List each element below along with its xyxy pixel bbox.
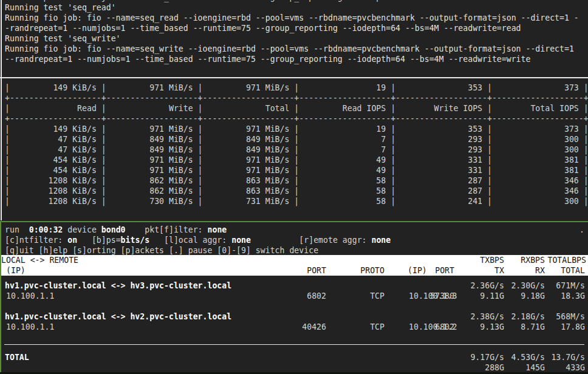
header-totalbps: TOTALBPS	[547, 255, 586, 265]
header-proto: PROTO	[360, 265, 385, 276]
connection-txbps: 2.36G/s	[470, 280, 504, 291]
connection-local-port: 40426	[302, 322, 326, 332]
header-rxbps: RXBPS	[521, 255, 545, 265]
left-pane-border-active	[0, 222, 1, 372]
connection-rx: 8.71G	[521, 322, 545, 332]
connection-tx: 9.11G	[480, 291, 504, 301]
total-rx: 145G	[525, 362, 545, 373]
connection-proto: TCP	[370, 291, 385, 301]
fio-output-pane[interactable]: --randrepeat=1 --numjobs=1 --time_based …	[0, 0, 588, 77]
header-remote-port: PORT	[435, 265, 454, 276]
fio-line: -randrepeat=1 --numjobs=1 --time_based -…	[0, 23, 588, 33]
total-totalbps: 13.7G/s	[551, 352, 585, 362]
connection-total: 17.8G	[561, 322, 585, 332]
left-pane-border-inactive	[1, 0, 2, 220]
activity-indicator-dot: .	[579, 225, 584, 235]
connection-hosts: hv1.pvc-cluster.local <-> hv2.pvc-cluste…	[5, 311, 231, 322]
connection-rxbps: 2.18G/s	[511, 311, 545, 322]
connection-rx: 9.18G	[521, 291, 545, 301]
connection-local-ip: 10.100.1.1	[6, 322, 54, 332]
jnettop-pane[interactable]: run 0:00:32 device bond0 pkt[f]ilter: no…	[0, 222, 588, 372]
connection-row: hv1.pvc-cluster.local <-> hv2.pvc-cluste…	[0, 311, 588, 332]
total-tx: 288G	[485, 362, 504, 373]
total-label: TOTAL	[5, 352, 29, 362]
total-rxbps: 4.53G/s	[511, 352, 545, 362]
jnettop-status-line-1: run 0:00:32 device bond0 pkt[f]ilter: no…	[5, 225, 227, 235]
benchmark-table: | 149 KiB/s | 971 MiB/s | 971 MiB/s | 19…	[5, 83, 583, 206]
connection-totalbps: 568M/s	[556, 311, 585, 322]
fio-line: Running fio job: fio --name=seq_read --i…	[0, 13, 588, 23]
connection-rxbps: 2.30G/s	[511, 280, 545, 291]
total-total: 433G	[566, 362, 585, 373]
header-local-port: PORT	[307, 265, 326, 276]
header-local-remote: LOCAL <-> REMOTE	[1, 255, 78, 265]
header-local-ip: (IP)	[6, 265, 26, 276]
total-txbps: 9.17G/s	[470, 352, 504, 362]
total-divider	[4, 344, 584, 345]
fio-line: Running test 'seq_write'	[0, 33, 588, 44]
jnettop-status-line-3: [q]uit [h]elp [s]orting [p]ackets [.] pa…	[5, 245, 318, 256]
benchmark-pane[interactable]: | 149 KiB/s | 971 MiB/s | 971 MiB/s | 19…	[5, 83, 583, 216]
header-tx: TX	[494, 265, 504, 276]
terminal-screen[interactable]: --randrepeat=1 --numjobs=1 --time_based …	[0, 0, 588, 374]
connection-local-port: 6802	[307, 291, 326, 301]
connection-total: 18.3G	[561, 291, 585, 301]
pane-divider-top	[0, 77, 588, 78]
jnettop-status-line-2: [c]ntfilter: on [b]ps=bits/s [l]ocal agg…	[5, 235, 391, 245]
connection-txbps: 2.38G/s	[470, 311, 504, 322]
fio-line: Running test 'seq_read'	[0, 2, 588, 13]
connection-row: hv1.pvc-cluster.local <-> hv3.pvc-cluste…	[0, 280, 588, 301]
fio-line: Running fio job: fio --name=seq_write --…	[0, 44, 588, 54]
connection-totalbps: 671M/s	[556, 280, 585, 291]
header-rx: RX	[535, 265, 545, 276]
connection-local-ip: 10.100.1.1	[6, 291, 54, 301]
header-remote-ip: (IP)	[408, 265, 427, 276]
fio-line: --randrepeat=1 --numjobs=1 --time_based …	[0, 54, 588, 64]
jnettop-table-header: LOCAL <-> REMOTE TXBPS RXBPS TOTALBPS (I…	[0, 255, 588, 276]
connection-remote-port: 57380	[430, 291, 454, 301]
connection-remote-port: 6802	[435, 322, 454, 332]
header-txbps: TXBPS	[480, 255, 504, 265]
connection-tx: 9.13G	[480, 322, 504, 332]
header-total: TOTAL	[561, 265, 585, 276]
connection-proto: TCP	[370, 322, 385, 332]
connection-hosts: hv1.pvc-cluster.local <-> hv3.pvc-cluste…	[5, 280, 231, 291]
